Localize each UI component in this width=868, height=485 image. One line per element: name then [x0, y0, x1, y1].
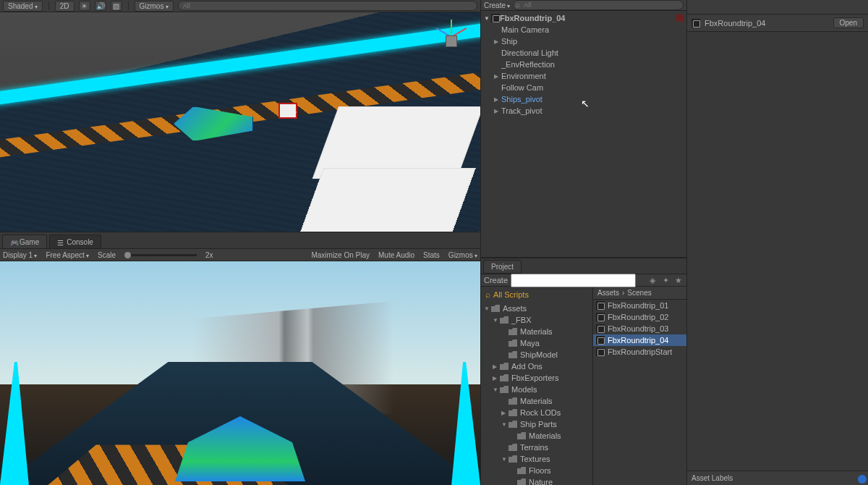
scene-search-input[interactable] [178, 1, 477, 11]
favorite-icon[interactable]: ★ [673, 275, 684, 285]
inspector-object-name: FbxRoundtrip_04 [705, 19, 765, 28]
folder-label: _FBX [511, 316, 532, 324]
folder-icon [517, 478, 526, 485]
project-folder[interactable]: Nature [481, 476, 592, 485]
folder-label: Textures [520, 455, 550, 463]
folder-label: Materials [529, 431, 561, 440]
hierarchy-scene-row[interactable]: ▼ FbxRoundtrip_04 [481, 12, 686, 24]
project-asset[interactable]: FbxRoundtrip_04 [593, 334, 686, 346]
hierarchy-item[interactable]: _EnvReflection [481, 59, 686, 70]
project-folder[interactable]: Materials [481, 430, 592, 442]
folder-icon [491, 305, 500, 312]
hierarchy-item[interactable]: Follow Cam [481, 82, 686, 93]
project-asset[interactable]: FbxRoundtrip_03 [593, 323, 686, 334]
hierarchy-search-input[interactable] [513, 0, 684, 10]
hierarchy-panel[interactable]: ▼ FbxRoundtrip_04 Main Camera▶ShipDirect… [481, 11, 686, 257]
project-asset[interactable]: FbxRoundtripStart [593, 346, 686, 358]
notification-icon[interactable] [858, 475, 867, 484]
project-folder[interactable]: Floors [481, 465, 592, 476]
camera-gizmo-icon[interactable] [278, 103, 297, 119]
project-asset-list[interactable]: Assets › Scenes FbxRoundtrip_01FbxRoundt… [593, 287, 686, 485]
tab-console[interactable]: ☰Console [49, 235, 101, 248]
project-folder-tree[interactable]: ⌕ All Scripts ▼Assets▼_FBXMaterialsMayaS… [481, 287, 593, 485]
project-folder[interactable]: ShipModel [481, 349, 592, 360]
open-button[interactable]: Open [833, 17, 864, 28]
game-view[interactable] [0, 261, 480, 485]
gizmos-dropdown[interactable]: Gizmos [135, 1, 174, 12]
maximize-on-play-toggle[interactable]: Maximize On Play [311, 251, 370, 259]
lighting-toggle-icon[interactable]: ☀ [79, 1, 90, 11]
console-icon: ☰ [57, 239, 64, 245]
project-folder[interactable]: ▼Textures [481, 453, 592, 465]
folder-icon [509, 351, 517, 358]
scale-slider[interactable] [124, 254, 197, 256]
project-folder[interactable]: ▶Rock LODs [481, 407, 592, 418]
shading-dropdown[interactable]: Shaded [3, 1, 43, 12]
search-icon: ⌕ [485, 290, 490, 300]
scene-object-cube[interactable] [299, 168, 476, 232]
project-folder[interactable]: Materials [481, 395, 592, 407]
hierarchy-item-label: Main Camera [501, 25, 549, 34]
folder-label: Assets [503, 304, 527, 313]
hierarchy-create-dropdown[interactable]: Create [484, 1, 510, 9]
game-gizmos-dropdown[interactable]: Gizmos [448, 251, 477, 259]
project-create-dropdown[interactable]: Create [484, 276, 508, 284]
breadcrumb-current: Scenes [627, 289, 651, 297]
folder-icon [517, 432, 526, 439]
game-toolbar: Display 1 Free Aspect Scale 2x Maximize … [0, 249, 480, 261]
hierarchy-item[interactable]: Main Camera [481, 24, 686, 35]
folder-label: Materials [520, 327, 553, 336]
save-search-icon[interactable]: ✦ [660, 275, 671, 285]
hierarchy-item[interactable]: ▶Track_pivot [481, 105, 686, 117]
scene-view[interactable] [0, 12, 480, 232]
folder-icon [509, 444, 517, 451]
display-dropdown[interactable]: Display 1 [3, 251, 37, 259]
breadcrumb-separator: › [622, 289, 624, 297]
asset-labels-section[interactable]: Asset Labels [687, 471, 868, 485]
asset-label: FbxRoundtrip_02 [608, 313, 668, 321]
hierarchy-item[interactable]: ▶Environment [481, 70, 686, 82]
stats-toggle[interactable]: Stats [423, 251, 440, 259]
hierarchy-item-label: Directional Light [501, 48, 558, 57]
project-asset[interactable]: FbxRoundtrip_02 [593, 311, 686, 323]
breadcrumb[interactable]: Assets › Scenes [593, 287, 686, 300]
tab-project[interactable]: Project [483, 260, 522, 274]
unity-scene-icon [596, 347, 605, 356]
orientation-gizmo[interactable] [430, 20, 473, 63]
folder-icon [509, 340, 517, 347]
folder-icon [500, 386, 509, 393]
all-scripts-filter[interactable]: ⌕ All Scripts [481, 287, 592, 303]
breadcrumb-root[interactable]: Assets [597, 289, 619, 297]
project-search-input[interactable] [511, 274, 636, 287]
tab-game[interactable]: 🎮Game [2, 235, 47, 248]
project-folder[interactable]: Terrains [481, 442, 592, 453]
audio-toggle-icon[interactable]: 🔊 [95, 1, 106, 11]
project-folder[interactable]: ▼Assets [481, 303, 592, 314]
folder-label: Nature [529, 478, 553, 485]
asset-label: FbxRoundtrip_03 [608, 324, 668, 333]
project-asset[interactable]: FbxRoundtrip_01 [593, 300, 686, 311]
project-folder[interactable]: Materials [481, 326, 592, 337]
mode-2d-toggle[interactable]: 2D [55, 1, 75, 12]
hierarchy-scene-name: FbxRoundtrip_04 [500, 14, 565, 22]
hierarchy-item[interactable]: ▶Ships_pivot [481, 93, 686, 105]
filter-icon[interactable]: ◈ [647, 275, 658, 285]
folder-icon [500, 363, 509, 370]
unity-scene-icon [596, 324, 605, 333]
asset-label: FbxRoundtrip_04 [608, 336, 668, 345]
project-folder[interactable]: ▶Add Ons [481, 360, 592, 372]
project-folder[interactable]: ▼_FBX [481, 314, 592, 326]
project-folder[interactable]: Maya [481, 337, 592, 349]
mute-audio-toggle[interactable]: Mute Audio [378, 251, 414, 259]
project-folder[interactable]: ▼Models [481, 384, 592, 395]
hierarchy-item[interactable]: ▶Ship [481, 35, 686, 47]
fx-toggle-icon[interactable]: ▧ [111, 1, 122, 11]
hierarchy-item-label: Ships_pivot [501, 95, 542, 104]
project-header: Create ◈ ✦ ★ [481, 274, 686, 287]
aspect-dropdown[interactable]: Free Aspect [46, 251, 89, 259]
hierarchy-item[interactable]: Directional Light [481, 47, 686, 59]
project-folder[interactable]: ▼Ship Parts [481, 418, 592, 430]
asset-label: FbxRoundtripStart [608, 347, 672, 356]
folder-icon [509, 397, 517, 405]
project-folder[interactable]: ▶FbxExporters [481, 372, 592, 384]
